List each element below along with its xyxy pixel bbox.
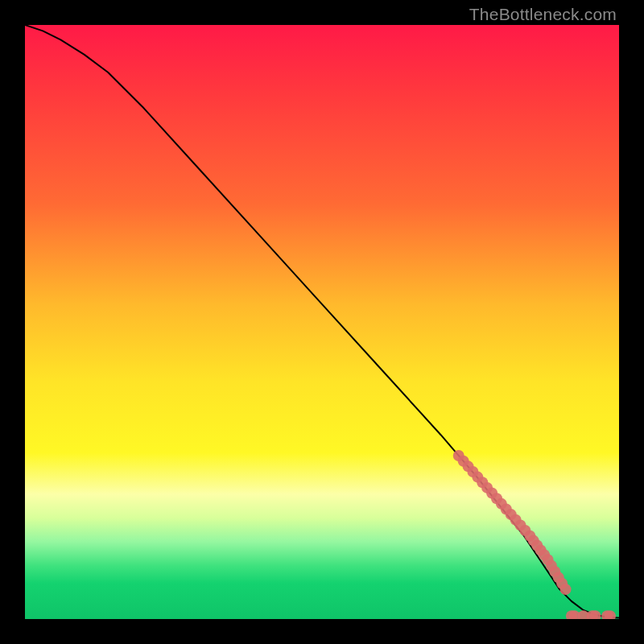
attribution-text: TheBottleneck.com	[469, 5, 617, 24]
chart-frame	[25, 25, 619, 619]
chart-svg	[25, 25, 619, 619]
svg-point-25	[560, 584, 572, 595]
